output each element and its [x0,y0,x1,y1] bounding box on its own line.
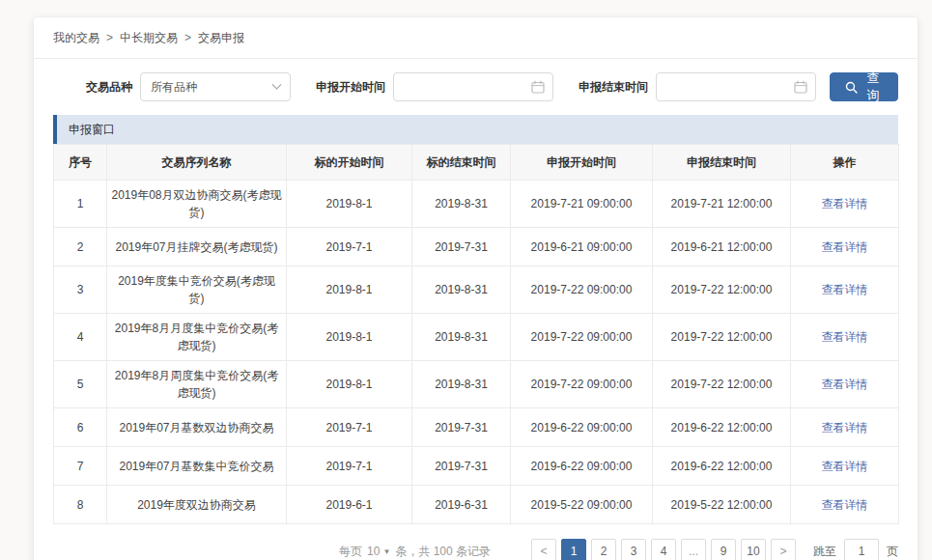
calendar-icon[interactable] [794,80,807,94]
declare-start-time: 2019-5-22 09:00:00 [511,486,653,524]
per-page-value: 10 [367,545,380,558]
jump-page-input[interactable] [844,539,879,560]
page-button-2[interactable]: 2 [591,539,616,560]
content-card: 我的交易 > 中长期交易 > 交易申报 交易品种 所有品种 申报开始时间 申报结… [34,17,918,560]
section-title: 申报窗口 [69,122,115,138]
row-index: 3 [54,266,107,314]
sequence-name: 2019年8月月度集中竞价交易(考虑现货) [107,314,287,361]
row-index: 4 [54,314,107,361]
breadcrumb-item-my-trades[interactable]: 我的交易 [53,30,99,46]
declare-start-time: 2019-7-22 09:00:00 [511,314,653,361]
per-page-select[interactable]: 10 ▼ [367,545,390,558]
sequence-name: 2019年08月双边协商交易(考虑现货) [107,181,287,228]
breadcrumb: 我的交易 > 中长期交易 > 交易申报 [34,17,918,59]
per-page-prefix: 每页 [339,544,362,560]
target-end-time: 2019-8-31 [412,181,511,228]
view-details-link[interactable]: 查看详情 [822,498,868,512]
col-header-declare-end: 申报结束时间 [653,145,791,181]
target-end-time: 2019-7-31 [412,228,511,266]
declare-start-time: 2019-6-22 09:00:00 [511,447,653,486]
declare-end-input[interactable] [664,79,794,95]
table-row: 7 2019年07月基数集中竞价交易 2019-7-1 2019-7-31 20… [54,447,899,486]
sequence-name: 2019年度双边协商交易 [107,486,287,524]
sequence-name: 2019年07月挂牌交易(考虑现货) [107,228,287,266]
declare-end-time: 2019-7-22 12:00:00 [653,266,791,314]
target-start-time: 2019-6-1 [287,486,412,524]
breadcrumb-item-trade-declaration: 交易申报 [198,30,244,46]
declare-end-time: 2019-5-22 12:00:00 [653,486,791,524]
page-button-3[interactable]: 3 [621,539,646,560]
jump-label: 跳至 [813,544,836,560]
row-index: 5 [54,361,107,408]
declaration-table: 序号 交易序列名称 标的开始时间 标的结束时间 申报开始时间 申报结束时间 操作… [53,144,899,524]
declare-start-time: 2019-7-22 09:00:00 [511,361,653,408]
breadcrumb-item-mid-long-term[interactable]: 中长期交易 [120,30,178,46]
page-button-1[interactable]: 1 [561,539,586,560]
page-ellipsis: ... [681,539,706,560]
breadcrumb-separator: > [106,31,113,44]
view-details-link[interactable]: 查看详情 [822,240,868,254]
page-button-9[interactable]: 9 [711,539,736,560]
declare-end-time: 2019-7-22 12:00:00 [653,314,791,361]
col-header-index: 序号 [54,145,107,181]
sequence-name: 2019年07月基数双边协商交易 [107,408,287,447]
table-row: 1 2019年08月双边协商交易(考虑现货) 2019-8-1 2019-8-3… [54,181,899,228]
search-button-label: 查询 [863,70,883,104]
sequence-name: 2019年8月周度集中竞价交易(考虑现货) [107,361,287,408]
declare-end-time: 2019-7-21 12:00:00 [653,181,791,228]
page-button-4[interactable]: 4 [651,539,676,560]
view-details-link[interactable]: 查看详情 [822,460,868,473]
target-start-time: 2019-8-1 [287,266,412,314]
table-row: 2 2019年07月挂牌交易(考虑现货) 2019-7-1 2019-7-31 … [54,228,899,266]
view-details-link[interactable]: 查看详情 [822,421,868,434]
caret-down-icon: ▼ [382,547,390,556]
next-page-button[interactable]: > [771,539,796,560]
view-details-link[interactable]: 查看详情 [822,330,868,344]
pagination: < 1 2 3 4 ... 9 10 > [531,539,796,560]
row-index: 8 [54,486,107,524]
target-start-time: 2019-8-1 [287,314,412,361]
row-index: 1 [54,181,107,228]
table-row: 8 2019年度双边协商交易 2019-6-1 2019-6-31 2019-5… [54,486,899,524]
col-header-declare-start: 申报开始时间 [511,145,653,181]
view-details-link[interactable]: 查看详情 [822,283,868,296]
table-row: 6 2019年07月基数双边协商交易 2019-7-1 2019-7-31 20… [54,408,899,447]
col-header-actions: 操作 [791,145,899,181]
target-start-time: 2019-8-1 [287,181,412,228]
declare-start-time: 2019-6-22 09:00:00 [511,408,653,447]
chevron-down-icon [271,79,281,89]
row-index: 2 [54,228,107,266]
per-page-control: 每页 10 ▼ 条，共 100 条记录 [339,544,491,560]
declare-start-time: 2019-7-21 09:00:00 [511,181,653,228]
target-end-time: 2019-7-31 [412,408,511,447]
calendar-icon[interactable] [531,80,545,94]
search-icon [845,81,858,94]
declare-end-time: 2019-6-21 12:00:00 [653,228,791,266]
target-end-time: 2019-6-31 [412,486,511,524]
target-end-time: 2019-8-31 [412,266,511,314]
col-header-target-end: 标的结束时间 [412,145,511,181]
product-type-label: 交易品种 [86,79,132,96]
declare-start-input[interactable] [402,79,531,95]
target-start-time: 2019-8-1 [287,361,412,408]
target-end-time: 2019-8-31 [412,314,511,361]
product-type-select[interactable]: 所有品种 [140,72,291,101]
jump-to-page: 跳至 页 [813,539,898,560]
declare-end-time: 2019-6-22 12:00:00 [653,447,791,486]
target-end-time: 2019-7-31 [412,447,511,486]
declare-start-time: 2019-6-21 09:00:00 [511,228,653,266]
search-button[interactable]: 查询 [830,72,898,101]
prev-page-button[interactable]: < [531,539,556,560]
declare-end-label: 申报结束时间 [579,79,648,96]
filter-bar: 交易品种 所有品种 申报开始时间 申报结束时间 [34,59,918,114]
declare-end-time: 2019-7-22 12:00:00 [653,361,791,408]
view-details-link[interactable]: 查看详情 [822,378,868,391]
page-button-10[interactable]: 10 [741,539,766,560]
target-start-time: 2019-7-1 [287,228,412,266]
view-details-link[interactable]: 查看详情 [822,197,868,210]
table-row: 5 2019年8月周度集中竞价交易(考虑现货) 2019-8-1 2019-8-… [54,361,899,408]
col-header-target-start: 标的开始时间 [287,145,412,181]
col-header-sequence-name: 交易序列名称 [107,145,287,181]
sequence-name: 2019年度集中竞价交易(考虑现货) [107,266,287,314]
table-row: 3 2019年度集中竞价交易(考虑现货) 2019-8-1 2019-8-31 … [54,266,899,314]
